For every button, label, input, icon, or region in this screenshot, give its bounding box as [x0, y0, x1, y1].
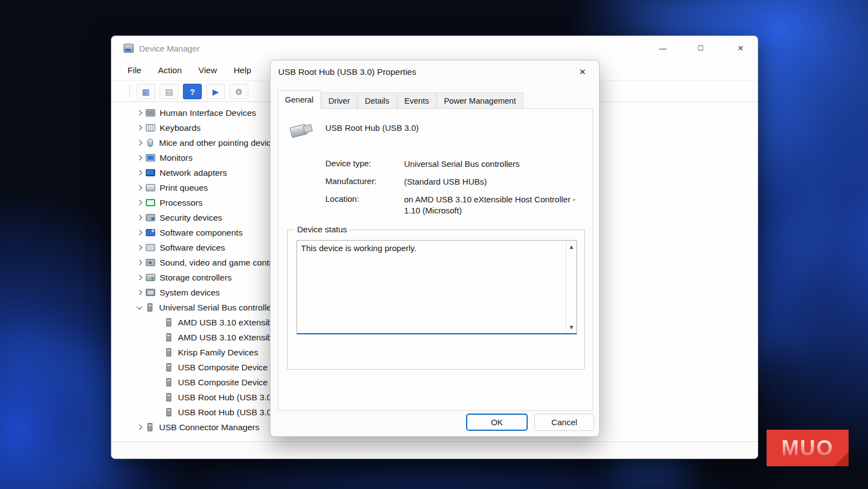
- chevron-down-icon: [136, 304, 142, 309]
- minimize-button[interactable]: —: [650, 36, 676, 60]
- tab-events[interactable]: Events: [397, 93, 436, 109]
- menu-file[interactable]: File: [119, 65, 150, 75]
- chevron-box[interactable]: [134, 291, 145, 294]
- tree-item-label: Network adapters: [160, 168, 227, 178]
- toolbar-help-button[interactable]: ?: [183, 84, 202, 99]
- chevron-right-icon: [136, 110, 142, 116]
- toolbar-show-console-tree-button[interactable]: ▦: [136, 84, 155, 99]
- tree-item-label: Mice and other pointing devices: [159, 138, 280, 148]
- device-info-row: Device type:Universal Serial Bus control…: [325, 159, 586, 170]
- tree-item-label: System devices: [160, 288, 220, 298]
- field-value: on AMD USB 3.10 eXtensible Host Controll…: [404, 194, 583, 216]
- tree-item-label: USB Composite Device: [178, 363, 268, 373]
- chevron-right-icon: [136, 275, 142, 281]
- monitor-icon: [146, 154, 155, 161]
- tree-item-label: USB Composite Device: [178, 378, 268, 388]
- network-icon: [146, 169, 155, 176]
- chevron-box[interactable]: [134, 141, 145, 145]
- chevron-box[interactable]: [134, 216, 145, 220]
- chevron-box[interactable]: [134, 201, 145, 205]
- chevron-box[interactable]: [134, 231, 145, 235]
- tab-strip: GeneralDriverDetailsEventsPower Manageme…: [278, 90, 524, 109]
- help-icon: ?: [190, 88, 195, 96]
- field-value: (Standard USB HUBs): [404, 176, 583, 187]
- usb-plug-icon: [289, 119, 315, 140]
- toolbar-scan-for-hardware-changes-button[interactable]: ▶: [206, 84, 225, 99]
- scroll-down-icon[interactable]: ▼: [566, 324, 576, 330]
- ok-button[interactable]: OK: [466, 414, 528, 431]
- minimize-icon: —: [659, 44, 667, 53]
- tree-item-label: Print queues: [160, 183, 208, 193]
- chevron-right-icon: [136, 140, 142, 146]
- chevron-box[interactable]: [134, 425, 145, 429]
- tree-item-label: Software components: [160, 228, 243, 238]
- scroll-up-icon[interactable]: ▲: [566, 243, 576, 250]
- tree-item-label: Krisp Family Devices: [178, 348, 258, 358]
- keyboard-icon: [146, 124, 155, 131]
- mouse-icon: [147, 139, 153, 147]
- cancel-button[interactable]: Cancel: [534, 414, 594, 431]
- usb-icon: [166, 393, 171, 401]
- menu-help[interactable]: Help: [225, 65, 259, 75]
- chevron-box[interactable]: [134, 111, 145, 115]
- device-manager-icon: [124, 44, 134, 53]
- maximize-button[interactable]: ☐: [688, 36, 713, 60]
- chevron-right-icon: [136, 155, 142, 161]
- chevron-box[interactable]: [134, 126, 145, 130]
- scrollbar[interactable]: ▲ ▼: [566, 241, 576, 333]
- printer-icon: [146, 184, 155, 191]
- tab-power-management[interactable]: Power Management: [437, 93, 523, 109]
- tree-item-label: Universal Serial Bus controllers: [159, 303, 278, 313]
- usb-icon: [166, 348, 171, 356]
- status-bar: [111, 441, 758, 459]
- chevron-box[interactable]: [134, 261, 145, 264]
- chevron-right-icon: [136, 215, 142, 221]
- chevron-box[interactable]: [134, 171, 145, 175]
- chevron-right-icon: [136, 200, 142, 206]
- chevron-right-icon: [136, 170, 142, 176]
- usb-icon: [166, 333, 171, 342]
- chevron-right-icon: [136, 125, 142, 131]
- menu-view[interactable]: View: [190, 65, 225, 75]
- chevron-right-icon: [136, 425, 142, 430]
- tab-driver[interactable]: Driver: [321, 93, 358, 109]
- software-component-icon: [146, 229, 155, 236]
- tree-item-label: Human Interface Devices: [160, 108, 256, 118]
- chevron-right-icon: [136, 185, 142, 191]
- close-icon: ✕: [579, 67, 586, 77]
- device-status-textbox[interactable]: This device is working properly. ▲ ▼: [297, 240, 577, 334]
- desktop: Device Manager —☐✕ FileActionViewHelp ▦▤…: [0, 0, 868, 489]
- hid-icon: [146, 109, 155, 116]
- dialog-title-bar[interactable]: USB Root Hub (USB 3.0) Properties: [270, 60, 599, 84]
- tab-details[interactable]: Details: [358, 93, 396, 109]
- usb-root-hub-properties-dialog: USB Root Hub (USB 3.0) Properties ✕ Gene…: [270, 60, 600, 437]
- chevron-box[interactable]: [134, 276, 145, 279]
- dialog-close-button[interactable]: ✕: [570, 62, 595, 83]
- storage-icon: [146, 274, 155, 281]
- usb-icon: [147, 423, 152, 431]
- chevron-box[interactable]: [134, 156, 145, 160]
- tree-item-label: Monitors: [160, 153, 192, 163]
- chevron-box[interactable]: [134, 246, 145, 249]
- general-tab-page: USB Root Hub (USB 3.0) Device type:Unive…: [278, 108, 593, 411]
- close-button[interactable]: ✕: [728, 36, 753, 60]
- processor-icon: [146, 199, 155, 206]
- chevron-box[interactable]: [134, 186, 145, 190]
- field-label: Device type:: [325, 159, 404, 170]
- tree-item-label: Software devices: [160, 243, 225, 253]
- tab-general[interactable]: General: [278, 90, 321, 109]
- tree-item-label: USB Connector Managers: [159, 422, 259, 432]
- close-icon: ✕: [737, 44, 744, 53]
- security-icon: [146, 214, 155, 221]
- toolbar-update-driver-button[interactable]: ⚙: [229, 84, 248, 99]
- chevron-box[interactable]: [134, 307, 145, 309]
- device-status-groupbox: Device status This device is working pro…: [287, 230, 585, 370]
- menu-action[interactable]: Action: [150, 65, 190, 75]
- muo-logo-text: MUO: [782, 436, 834, 460]
- toolbar-properties-button[interactable]: ▤: [160, 84, 178, 99]
- device-name: USB Root Hub (USB 3.0): [325, 123, 418, 133]
- device-status-label: Device status: [294, 225, 350, 234]
- device-info-row: Manufacturer:(Standard USB HUBs): [325, 176, 586, 187]
- chevron-right-icon: [136, 230, 142, 236]
- chevron-right-icon: [136, 290, 142, 296]
